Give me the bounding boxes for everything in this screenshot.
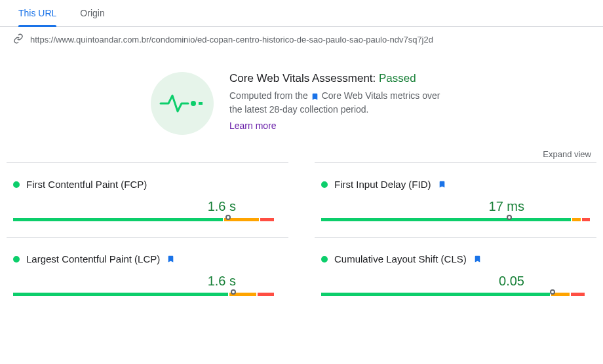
distribution-bar: [321, 293, 590, 296]
metric-fcp: First Contentful Paint (FCP) 1.6 s: [7, 162, 288, 237]
assessment-status: Passed: [379, 72, 416, 84]
metric-label: First Contentful Paint (FCP): [26, 179, 147, 190]
distribution-bar: [13, 218, 282, 221]
metric-label: Largest Contentful Paint (LCP): [26, 253, 160, 264]
marker-icon: [550, 289, 555, 295]
status-dot: [13, 181, 20, 188]
pulse-icon: [151, 72, 214, 135]
metric-value: 1.6 s: [13, 274, 275, 289]
assessment-block: Core Web Vitals Assessment: Passed Compu…: [0, 52, 603, 141]
status-dot: [321, 256, 328, 263]
metric-cls: Cumulative Layout Shift (CLS) 0.05: [315, 237, 596, 312]
url-text: https://www.quintoandar.com.br/condomini…: [30, 35, 433, 45]
metric-value: 0.05: [321, 274, 583, 289]
metric-value: 1.6 s: [13, 199, 275, 214]
bookmark-icon: [473, 255, 482, 263]
expand-view-link[interactable]: Expand view: [543, 149, 591, 159]
bookmark-icon: [438, 180, 446, 189]
distribution-bar: [13, 293, 282, 296]
bookmark-icon: [166, 255, 175, 263]
metric-label: First Input Delay (FID): [334, 179, 431, 190]
bookmark-icon: [311, 92, 319, 101]
url-bar: https://www.quintoandar.com.br/condomini…: [0, 27, 603, 52]
status-dot: [321, 181, 328, 188]
assessment-description: Computed from the Core Web Vitals metric…: [229, 89, 452, 117]
tab-this-url[interactable]: This URL: [7, 0, 68, 26]
metric-label: Cumulative Layout Shift (CLS): [334, 253, 467, 264]
learn-more-link[interactable]: Learn more: [229, 120, 277, 131]
metric-value: 17 ms: [321, 199, 583, 214]
svg-rect-1: [199, 102, 203, 105]
metric-lcp: Largest Contentful Paint (LCP) 1.6 s: [7, 237, 288, 312]
tab-origin[interactable]: Origin: [68, 0, 116, 26]
status-dot: [13, 256, 20, 263]
link-icon: [13, 33, 24, 46]
svg-point-0: [191, 101, 196, 106]
metric-fid: First Input Delay (FID) 17 ms: [315, 162, 596, 237]
marker-icon: [225, 215, 231, 220]
assessment-title: Core Web Vitals Assessment: Passed: [229, 72, 452, 85]
marker-icon: [507, 215, 512, 220]
distribution-bar: [321, 218, 590, 221]
marker-icon: [231, 289, 236, 295]
